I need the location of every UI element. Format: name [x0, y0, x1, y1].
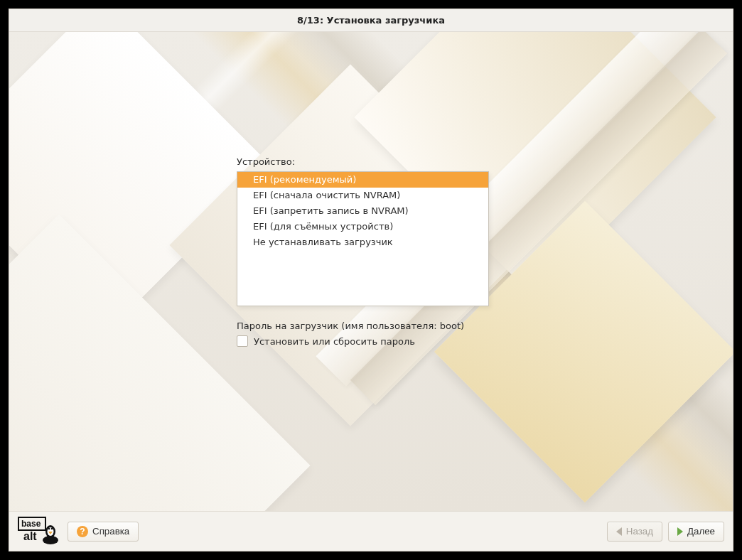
- help-button[interactable]: ? Справка: [68, 522, 139, 542]
- next-button[interactable]: Далее: [668, 522, 724, 542]
- password-section-label: Пароль на загрузчик (имя пользователя: b…: [237, 321, 500, 331]
- svg-point-7: [51, 527, 53, 529]
- footer-bar: base alt ? Справка Назад Далее: [9, 511, 733, 551]
- device-option[interactable]: EFI (рекомендуемый): [237, 172, 488, 188]
- basealt-logo: base alt: [18, 516, 59, 547]
- device-option[interactable]: Не устанавливать загрузчик: [237, 235, 488, 250]
- set-password-checkbox-row[interactable]: Установить или сбросить пароль: [237, 335, 500, 347]
- installer-window: 8/13: Установка загрузчика Устройство: E…: [9, 9, 733, 551]
- device-option[interactable]: EFI (сначала очистить NVRAM): [237, 188, 488, 203]
- arrow-left-icon: [616, 527, 622, 536]
- next-button-label: Далее: [687, 526, 715, 537]
- back-button-label: Назад: [626, 526, 653, 537]
- checkbox-label: Установить или сбросить пароль: [254, 336, 415, 347]
- back-button[interactable]: Назад: [607, 522, 662, 542]
- bootloader-form: Устройство: EFI (рекомендуемый)EFI (снач…: [237, 156, 500, 347]
- help-icon: ?: [77, 526, 88, 537]
- device-option[interactable]: EFI (для съёмных устройств): [237, 219, 488, 235]
- device-listbox[interactable]: EFI (рекомендуемый)EFI (сначала очистить…: [237, 171, 489, 306]
- device-label: Устройство:: [237, 156, 500, 167]
- page-title: 8/13: Установка загрузчика: [9, 9, 733, 32]
- help-button-label: Справка: [92, 526, 129, 537]
- device-option[interactable]: EFI (запретить запись в NVRAM): [237, 203, 488, 219]
- svg-text:alt: alt: [23, 530, 37, 542]
- svg-text:base: base: [21, 519, 41, 529]
- svg-point-6: [48, 527, 50, 529]
- background-canvas: Устройство: EFI (рекомендуемый)EFI (снач…: [9, 32, 733, 511]
- arrow-right-icon: [677, 527, 683, 536]
- checkbox-box[interactable]: [237, 335, 248, 347]
